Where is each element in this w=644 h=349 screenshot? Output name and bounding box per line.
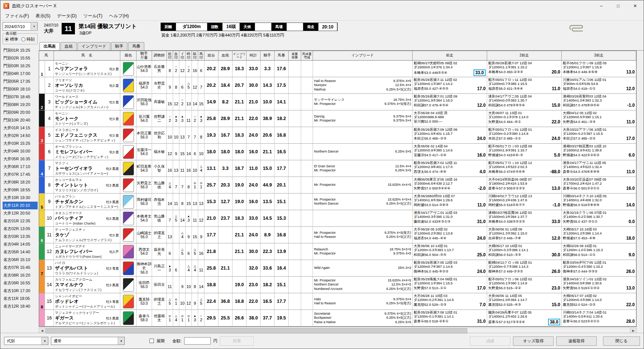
race-list-item[interactable]: 門別03R 16:25 — [3, 62, 38, 70]
race-list-item[interactable]: 大井11R 20:10 — [3, 202, 38, 209]
frame-number-cell: 2 — [39, 94, 45, 110]
minimize-button[interactable]: – — [593, 0, 610, 11]
chevron-down-icon[interactable]: ▼ — [41, 337, 48, 345]
race-list-item[interactable]: 名古06R 15:10 — [3, 256, 38, 264]
odds-cell — [289, 144, 301, 160]
menu-file[interactable]: ファイル(F) — [2, 12, 32, 20]
inbreed-cell: サンデーサイレンス18.75% 3×4Mr. Prospector9.375% … — [313, 94, 413, 110]
race-list-item[interactable]: 名古09R 16:55 — [3, 279, 38, 287]
race-list-item[interactable]: 大井03R 15:25 — [3, 140, 38, 147]
race-list-item[interactable]: 大井08R 18:20 — [3, 178, 38, 186]
prev-race-jockey: 本橋孝54.0 438③⑤②③ — [488, 219, 525, 223]
maximize-button[interactable]: □ — [610, 0, 627, 11]
prev-race-result: 御神本57.0 449-②③②26.0 — [488, 269, 560, 274]
bet-type-select[interactable]: 式別 ▼ — [4, 337, 48, 345]
race-list-item[interactable]: 門別04R 17:00 — [3, 70, 38, 78]
race-list-item[interactable]: 門別08R 19:20 — [3, 101, 38, 109]
race-list-item[interactable]: 門別05R 17:35 — [3, 78, 38, 85]
column-header: インブリード — [233, 51, 247, 61]
jockey-name: 沢田龍哉 — [137, 98, 152, 102]
race-list-item[interactable]: 名古07R 15:45 — [3, 264, 38, 271]
prev-race-cell: 浦稍03/27桜花賞08 12頭 03ダ1500m0.2④394 1:37.7本… — [487, 210, 562, 227]
race-list-item[interactable]: 大井07R 17:45 — [3, 171, 38, 178]
race-list-item[interactable]: 名古02R 13:05 — [3, 225, 38, 233]
trainer-cell: 荒山勝徳 — [152, 210, 167, 227]
menu-tools[interactable]: ツール(T) — [80, 12, 106, 20]
race-list-item[interactable]: 名古08R 16:20 — [3, 271, 38, 279]
date-select[interactable]: 2024/07/10 ▼ — [3, 22, 38, 31]
race-list-item[interactable]: 大井09R 18:55 — [3, 186, 38, 194]
jockey-weight: 56.0 — [141, 202, 148, 206]
odds-fetch-button[interactable]: オッズ取得 — [513, 336, 554, 346]
tab-kishu[interactable]: 騎手 — [111, 42, 127, 50]
jockey-weight: 53.0 — [141, 301, 148, 306]
silks-icon — [123, 278, 134, 292]
scroll-left-icon[interactable]: ◀ — [39, 328, 45, 333]
chevron-down-icon[interactable]: ▼ — [31, 23, 37, 30]
order-radio-時刻[interactable]: 時刻 — [21, 37, 35, 42]
race-list-item[interactable]: 門別01R 15:25 — [3, 47, 38, 54]
amount-input[interactable] — [184, 337, 211, 345]
race-list-item[interactable]: 大井05R 16:35 — [3, 155, 38, 163]
race-list-item[interactable]: 大井02R 14:50 — [3, 132, 38, 140]
race-list-item[interactable]: 門別07R 18:45 — [3, 93, 38, 101]
race-list-item[interactable]: 門別06R 18:10 — [3, 85, 38, 93]
bet-mode-select[interactable]: 通常 ▼ — [51, 337, 125, 345]
inbreed-value: 6.25% 5+5(母方) — [386, 301, 411, 305]
frame-number-cell: 5 — [39, 194, 45, 210]
horizontal-scrollbar[interactable]: ◀ ▶ — [39, 328, 637, 333]
chevron-down-icon[interactable]: ▼ — [118, 337, 124, 345]
prev-race-result: 森泰斗57.0 505②②③②13.0 — [488, 186, 560, 191]
race-list-item[interactable]: 門別09R 20:00 — [3, 109, 38, 116]
mark-rank: 8 — [181, 201, 183, 206]
race-list-item[interactable]: 名古04R 14:05 — [3, 240, 38, 248]
inbreed-value: 12.5% 4×4 — [395, 164, 411, 168]
mark-rank: 10 — [180, 301, 185, 305]
tab-shutsubahyo[interactable]: 出馬表 — [39, 42, 60, 50]
race-list-item[interactable]: 大井12R 20:50 — [3, 209, 38, 217]
jockey-weight: 54.0 — [141, 218, 148, 223]
race-list-item[interactable]: 名古03R 13:35 — [3, 233, 38, 240]
race-list-item[interactable]: 大井10R 19:30 — [3, 194, 38, 202]
prev-race-cell: 船不05/01フロッ09 12頭 05ダ1200m1.1③387 1:15.9本… — [562, 61, 636, 77]
race-list-item[interactable]: 名古11R 18:05 — [3, 295, 38, 302]
menu-help[interactable]: ヘルプ(H) — [106, 12, 132, 20]
menu-data[interactable]: データ(D) — [54, 12, 80, 20]
close-button[interactable]: 閉じる — [603, 336, 640, 346]
race-list-item[interactable]: 名古10R 17:30 — [3, 287, 38, 295]
order-radio-標準[interactable]: 標準 — [5, 37, 18, 42]
tab-inbreed[interactable]: インブリード — [78, 42, 110, 50]
race-list-item[interactable]: 名古12R 18:40 — [3, 302, 38, 310]
race-list-item[interactable]: 大井06R 17:10 — [3, 163, 38, 171]
flash-fetch-button[interactable]: 速報取得 — [556, 336, 597, 346]
scroll-right-icon[interactable]: ▶ — [630, 328, 636, 333]
tab-umaban[interactable]: 馬番 — [128, 42, 144, 50]
race-list-item[interactable]: 名古01R 12:35 — [3, 217, 38, 225]
race-list-item[interactable]: 門別02R 15:55 — [3, 54, 38, 62]
tab-kettou[interactable]: 血統 — [61, 42, 77, 50]
race-list-item[interactable]: 名古05R 14:40 — [3, 248, 38, 256]
mark-rank: 9 — [169, 85, 171, 89]
amount-label: 金額: — [172, 338, 182, 344]
race-list-item[interactable]: 大井01R 14:15 — [3, 124, 38, 132]
expand-checkbox[interactable] — [149, 339, 154, 343]
close-window-button[interactable]: ✕ — [627, 0, 644, 11]
menu-view[interactable]: 表示(S) — [32, 12, 54, 20]
mark-cell: 6 — [186, 243, 192, 260]
scrollbar-track[interactable] — [45, 328, 630, 333]
prev-race-result: 矢野貴57.0 513--①①17.0 — [414, 285, 486, 291]
prev-race-cell: 船不05/01フロッ01 12頭 01ダ1200m-0.2③390 1:14.8… — [487, 127, 562, 144]
prev-race-detail: ダ1400m0.0⑤383 1:30.7 — [488, 98, 560, 102]
score-cell: 18.8 — [233, 293, 247, 310]
race-list-item[interactable]: 大井04R 16:00 — [3, 147, 38, 155]
mark-rank: 3 — [181, 118, 183, 123]
prev-race-detail: ダ1500m0.1④376 1:34.4 — [414, 65, 486, 69]
scrollbar-thumb[interactable] — [46, 328, 467, 333]
jockey-cell: 御神本訓史56.0 — [137, 260, 152, 277]
mark-symbol: ▲ — [193, 314, 196, 318]
horse-number-cell: 9 — [45, 194, 54, 210]
sire-name: フリオーソ — [55, 78, 119, 82]
prev-race-result: 安藤洋54.0 417--①④16.0 — [414, 153, 486, 158]
race-list-item[interactable]: 門別10R 20:40 — [3, 116, 38, 124]
sire-name: マクフィ — [55, 161, 119, 165]
